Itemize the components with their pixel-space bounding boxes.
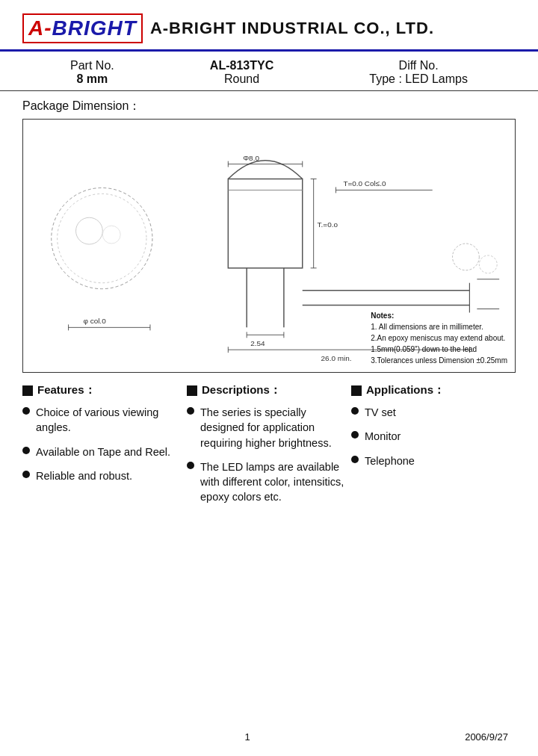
app-text-2: Monitor bbox=[365, 429, 401, 444]
feature-text-2: Available on Tape and Reel. bbox=[36, 444, 170, 459]
app-bullet-2 bbox=[351, 431, 359, 439]
desc-bullet-icon bbox=[187, 385, 197, 396]
svg-text:Φ8.0: Φ8.0 bbox=[243, 154, 259, 162]
svg-text:2.54: 2.54 bbox=[250, 339, 265, 347]
svg-point-0 bbox=[52, 188, 152, 288]
features-col: Features： Choice of various viewing angl… bbox=[22, 383, 187, 514]
feature-item-3: Reliable and robust. bbox=[22, 468, 181, 483]
app-text-3: Telephone bbox=[365, 453, 415, 468]
features-bullet-icon bbox=[22, 385, 33, 396]
app-item-1: TV set bbox=[351, 405, 510, 420]
app-item-3: Telephone bbox=[351, 453, 510, 468]
features-section: Features： Choice of various viewing angl… bbox=[0, 373, 538, 514]
desc-bullet-1 bbox=[187, 407, 194, 415]
applications-col: Applications： TV set Monitor Telephone bbox=[351, 383, 516, 514]
part-info-section: Part No. 8 mm AL-813TYC Round Diff No. T… bbox=[0, 52, 538, 91]
app-bullet-icon bbox=[351, 385, 362, 396]
feature-item-1: Choice of various viewing angles. bbox=[22, 405, 181, 436]
page-header: A-BRIGHT A-BRIGHT INDUSTRIAL CO., LTD. bbox=[0, 0, 538, 52]
features-header-label: Features： bbox=[37, 383, 96, 397]
desc-text-1: The series is specially designed for app… bbox=[200, 405, 345, 450]
feature-item-2: Available on Tape and Reel. bbox=[22, 444, 181, 459]
feature-text-1: Choice of various viewing angles. bbox=[36, 405, 181, 436]
part-value: 8 mm bbox=[76, 72, 108, 86]
app-bullet-3 bbox=[351, 456, 359, 463]
note-3: 1.5mm(0.059") down to the lead bbox=[371, 344, 507, 355]
part-diff-col: Diff No. Type : LED Lamps bbox=[369, 59, 468, 86]
desc-item-2: The LED lamps are available with differe… bbox=[187, 459, 345, 505]
descriptions-col: Descriptions： The series is specially de… bbox=[187, 383, 351, 514]
desc-item-1: The series is specially designed for app… bbox=[187, 405, 345, 450]
descriptions-header-label: Descriptions： bbox=[202, 383, 281, 397]
diagram-box: Φ8.0 T.=0.o T=0.0 Col≤.0 2.54 26.0 min. … bbox=[22, 119, 516, 373]
svg-point-1 bbox=[58, 193, 146, 282]
svg-text:T=0.0  Col≤.0: T=0.0 Col≤.0 bbox=[343, 179, 386, 188]
svg-text:26.0 min.: 26.0 min. bbox=[321, 354, 352, 362]
bullet-icon-2 bbox=[22, 447, 30, 454]
note-4: 3.Tolerances unless Dimension ±0.25mm bbox=[371, 355, 507, 366]
logo-a: A- bbox=[28, 16, 52, 40]
applications-header: Applications： bbox=[351, 383, 510, 397]
notes-box: Notes: 1. All dimensions are in millimet… bbox=[371, 310, 507, 366]
part-shape: Round bbox=[224, 72, 259, 86]
desc-bullet-2 bbox=[187, 462, 194, 469]
desc-text-2: The LED lamps are available with differe… bbox=[200, 459, 345, 505]
note-1: 1. All dimensions are in millimeter. bbox=[371, 321, 507, 332]
note-2: 2.An epoxy meniscus may extend about. bbox=[371, 332, 507, 344]
svg-rect-4 bbox=[228, 179, 302, 268]
logo-bright: BRIGHT bbox=[52, 16, 137, 40]
part-model: AL-813TYC bbox=[210, 59, 273, 72]
app-bullet-1 bbox=[351, 407, 359, 415]
descriptions-header: Descriptions： bbox=[187, 383, 345, 397]
company-logo: A-BRIGHT bbox=[22, 13, 143, 43]
page-number: 1 bbox=[30, 731, 465, 743]
app-text-1: TV set bbox=[365, 405, 396, 420]
bullet-icon-1 bbox=[22, 407, 30, 415]
part-number-col: Part No. 8 mm bbox=[70, 59, 114, 86]
company-name: A-BRIGHT INDUSTRIAL CO., LTD. bbox=[150, 19, 434, 38]
footer-date: 2006/9/27 bbox=[465, 731, 508, 743]
part-label: Part No. bbox=[70, 59, 114, 72]
page-footer: 1 2006/9/27 bbox=[0, 731, 538, 743]
part-type: Type : LED Lamps bbox=[369, 72, 468, 86]
package-section: Package Dimension： bbox=[0, 91, 538, 114]
features-header: Features： bbox=[22, 383, 181, 397]
part-model-col: AL-813TYC Round bbox=[210, 59, 273, 86]
diff-label: Diff No. bbox=[399, 59, 439, 72]
svg-text:φ col.0: φ col.0 bbox=[83, 317, 106, 325]
svg-text:T.=0.o: T.=0.o bbox=[318, 220, 338, 229]
notes-title: Notes: bbox=[371, 310, 507, 321]
feature-text-3: Reliable and robust. bbox=[36, 468, 132, 483]
svg-point-2 bbox=[76, 217, 103, 244]
package-title: Package Dimension： bbox=[22, 99, 516, 114]
svg-point-37 bbox=[479, 255, 497, 273]
bullet-icon-3 bbox=[22, 471, 30, 478]
applications-header-label: Applications： bbox=[366, 383, 445, 397]
app-item-2: Monitor bbox=[351, 429, 510, 444]
svg-point-36 bbox=[453, 244, 480, 270]
svg-point-3 bbox=[102, 226, 120, 244]
